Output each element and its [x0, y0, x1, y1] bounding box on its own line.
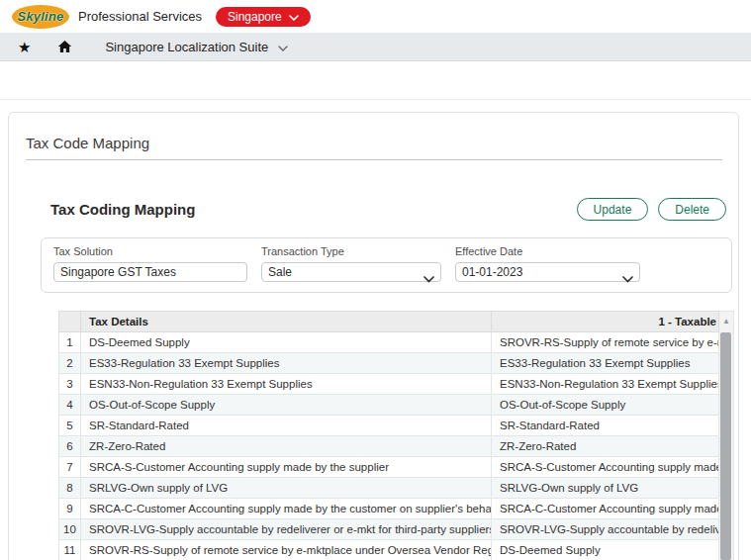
effective-date-field: Effective Date 01-01-2023	[455, 244, 640, 282]
table-row[interactable]: 9SRCA-C-Customer Accounting supply made …	[59, 499, 719, 519]
tax-details-cell: ZR-Zero-Rated	[81, 436, 492, 457]
section-title: Tax Coding Mapping	[50, 201, 195, 218]
favorite-star-icon[interactable]: ★	[18, 40, 31, 54]
row-number: 3	[59, 374, 81, 395]
region-selector[interactable]: Singapore	[216, 7, 311, 27]
table-row[interactable]: 8SRLVG-Own supply of LVGSRLVG-Own supply…	[59, 478, 719, 499]
table-row[interactable]: 3ESN33-Non-Regulation 33 Exempt Supplies…	[59, 374, 719, 395]
taxable-cell: SROVR-LVG-Supply accountable by redelive…	[492, 519, 719, 540]
tax-details-cell: ESN33-Non-Regulation 33 Exempt Supplies	[81, 374, 492, 395]
taxable-cell: DS-Deemed Supply	[492, 540, 719, 560]
table-row[interactable]: 6ZR-Zero-RatedZR-Zero-Rated	[59, 436, 719, 457]
index-column-header	[59, 312, 81, 332]
table-header-row: Tax Details 1 - Taxable	[59, 312, 719, 332]
table-body: 1DS-Deemed SupplySROVR-RS-Supply of remo…	[59, 332, 719, 560]
effective-date-select[interactable]: 01-01-2023	[455, 262, 640, 282]
tax-solution-field: Tax Solution	[53, 244, 247, 282]
skyline-logo: Skyline	[12, 5, 69, 29]
row-number: 10	[59, 519, 81, 540]
transaction-type-select[interactable]: Sale	[261, 262, 441, 282]
scrollbar-thumb[interactable]	[720, 332, 731, 560]
page-title: Tax Code Mapping	[26, 135, 722, 160]
section-header: Tax Coding Mapping Update Delete	[50, 198, 726, 221]
update-button[interactable]: Update	[577, 198, 649, 221]
tax-details-cell: OS-Out-of-Scope Supply	[81, 395, 492, 416]
taxable-cell: SRCA-C-Customer Accounting supply made b…	[492, 499, 719, 519]
row-number: 9	[59, 499, 81, 519]
taxable-cell: OS-Out-of-Scope Supply	[492, 395, 719, 416]
tax-solution-label: Tax Solution	[53, 244, 247, 258]
table-row[interactable]: 11SROVR-RS-Supply of remote service by e…	[59, 540, 719, 560]
mapping-table-container: Tax Details 1 - Taxable 1DS-Deemed Suppl…	[58, 311, 738, 560]
table-row[interactable]: 5SR-Standard-RatedSR-Standard-Rated	[59, 416, 719, 436]
tax-details-cell: SRLVG-Own supply of LVG	[81, 478, 492, 499]
tax-code-mapping-card: Tax Code Mapping Tax Coding Mapping Upda…	[8, 112, 739, 560]
logo-text: Skyline	[18, 9, 64, 24]
scroll-up-icon[interactable]: ▲	[719, 312, 733, 330]
taxable-cell: ZR-Zero-Rated	[492, 436, 719, 457]
taxable-cell: SRCA-S-Customer Accounting supply made b…	[492, 457, 719, 478]
tax-details-cell: SROVR-LVG-Supply accountable by redelive…	[81, 519, 492, 540]
top-header: Skyline Professional Services Singapore	[0, 0, 751, 33]
transaction-type-label: Transaction Type	[261, 244, 441, 258]
row-number: 6	[59, 436, 81, 457]
tax-details-cell: SROVR-RS-Supply of remote service by e-m…	[81, 540, 492, 560]
taxable-cell: SR-Standard-Rated	[492, 416, 719, 436]
row-number: 2	[59, 353, 81, 374]
transaction-type-field: Transaction Type Sale	[261, 244, 441, 282]
action-buttons: Update Delete	[577, 198, 726, 221]
table-row[interactable]: 1DS-Deemed SupplySROVR-RS-Supply of remo…	[59, 332, 719, 353]
tax-details-cell: DS-Deemed Supply	[81, 332, 492, 353]
tax-details-column-header[interactable]: Tax Details	[81, 312, 492, 332]
taxable-column-header[interactable]: 1 - Taxable	[492, 312, 719, 332]
suite-label: Singapore Localization Suite	[105, 40, 268, 54]
row-number: 5	[59, 416, 81, 436]
row-number: 11	[59, 540, 81, 560]
taxable-cell: SRLVG-Own supply of LVG	[492, 478, 719, 499]
taxable-cell: ESN33-Non-Regulation 33 Exempt Supplies	[492, 374, 719, 395]
brand-text: Professional Services	[78, 9, 202, 24]
table-row[interactable]: 10SROVR-LVG-Supply accountable by redeli…	[59, 519, 719, 540]
nav-toolbar: ★ Singapore Localization Suite	[0, 33, 751, 61]
region-label: Singapore	[228, 10, 282, 24]
content-divider	[0, 99, 751, 100]
tax-solution-input[interactable]	[53, 262, 247, 282]
taxable-cell: SROVR-RS-Supply of remote service by e-m…	[492, 332, 719, 353]
table-row[interactable]: 4OS-Out-of-Scope SupplyOS-Out-of-Scope S…	[59, 395, 719, 416]
table-row[interactable]: 2ES33-Regulation 33 Exempt SuppliesES33-…	[59, 353, 719, 374]
row-number: 4	[59, 395, 81, 416]
row-number: 7	[59, 457, 81, 478]
tax-details-cell: SR-Standard-Rated	[81, 416, 492, 436]
row-number: 8	[59, 478, 81, 499]
suite-selector[interactable]: Singapore Localization Suite	[105, 38, 288, 55]
chevron-down-icon	[278, 38, 288, 55]
vertical-scrollbar: ▲	[719, 311, 734, 560]
filter-form: Tax Solution Transaction Type Sale Effec…	[41, 237, 732, 293]
home-icon[interactable]	[56, 39, 73, 54]
tax-details-cell: ES33-Regulation 33 Exempt Supplies	[81, 353, 492, 374]
row-number: 1	[59, 332, 81, 353]
chevron-down-icon	[289, 10, 299, 24]
tax-details-cell: SRCA-C-Customer Accounting supply made b…	[81, 499, 492, 519]
taxable-cell: ES33-Regulation 33 Exempt Supplies	[492, 353, 719, 374]
mapping-table: Tax Details 1 - Taxable 1DS-Deemed Suppl…	[58, 311, 719, 560]
table-row[interactable]: 7SRCA-S-Customer Accounting supply made …	[59, 457, 719, 478]
effective-date-label: Effective Date	[455, 244, 640, 258]
delete-button[interactable]: Delete	[658, 198, 726, 221]
tax-details-cell: SRCA-S-Customer Accounting supply made b…	[81, 457, 492, 478]
